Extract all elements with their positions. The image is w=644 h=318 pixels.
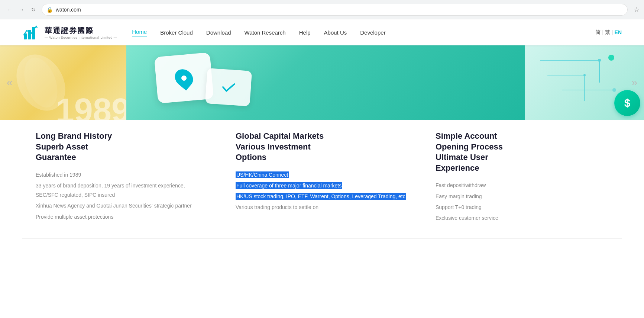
site-header: 華通證券國際 — Waton Securities International … <box>0 19 644 45</box>
card-brand-p1: Established in 1989 <box>36 170 208 180</box>
nav-item-waton-research[interactable]: Waton Research <box>245 29 286 36</box>
card-account-p4: Exclusive customer service <box>436 213 608 223</box>
card-account-p2: Easy margin trading <box>436 192 608 201</box>
card-markets-p1: US/HK/China Connect <box>236 170 408 180</box>
back-button[interactable]: ← <box>4 4 15 15</box>
lang-divider2: | <box>612 29 613 35</box>
logo-english-text: — Waton Securities International Limited… <box>45 36 117 39</box>
browser-chrome: ← → ↻ 🔒 ☆ <box>0 0 644 19</box>
carousel-next-button[interactable]: » <box>628 74 640 91</box>
card-brand-p3: Xinhua News Agency and Guotai Junan Secu… <box>36 201 208 211</box>
card-brand-history: Long Brand HistorySuperb AssetGuarantee … <box>22 120 222 239</box>
bookmark-icon[interactable]: ☆ <box>634 6 640 14</box>
card-brand-body: Established in 1989 33 years of brand de… <box>36 170 208 222</box>
lang-english[interactable]: EN <box>615 29 622 35</box>
svg-point-12 <box>583 74 586 76</box>
card-brand-p4: Provide multiple asset protections <box>36 212 208 222</box>
card-account-opening: Simple AccountOpening ProcessUltimate Us… <box>422 120 622 239</box>
browser-nav-buttons: ← → ↻ <box>4 4 39 15</box>
lang-traditional[interactable]: 繁 <box>605 29 610 36</box>
card-markets-body: US/HK/China Connect Full coverage of thr… <box>236 170 408 212</box>
card-account-p1: Fast deposit/withdraw <box>436 181 608 190</box>
card-account-title: Simple AccountOpening ProcessUltimate Us… <box>436 131 608 173</box>
card-global-markets: Global Capital MarketsVarious Investment… <box>222 120 422 239</box>
nav-item-download[interactable]: Download <box>206 29 231 36</box>
nav-item-broker-cloud[interactable]: Broker Cloud <box>160 29 193 36</box>
highlight-trading-products: HK/US stock trading, IPO, ETF, Warrent, … <box>236 193 406 200</box>
card-markets-p2: Full coverage of three major financial m… <box>236 181 408 190</box>
carousel-panel-right: $ <box>525 45 644 120</box>
logo-chinese-text: 華通證券國際 <box>45 26 117 36</box>
highlight-china-connect: US/HK/China Connect <box>236 171 289 178</box>
forward-button[interactable]: → <box>16 4 27 15</box>
language-switcher: 简 | 繁 | EN <box>595 29 622 36</box>
card-brand-p2: 33 years of brand deposition, 19 years o… <box>36 181 208 200</box>
nav-item-about-us[interactable]: About Us <box>324 29 347 36</box>
card-markets-title: Global Capital MarketsVarious Investment… <box>236 131 408 163</box>
lang-divider1: | <box>602 29 603 35</box>
card-account-p3: Support T+0 trading <box>436 203 608 212</box>
carousel-panel-left: 1989 <box>0 45 126 120</box>
logo-icon <box>22 23 41 42</box>
dollar-coin: $ <box>614 90 640 116</box>
lang-simple[interactable]: 简 <box>595 29 601 36</box>
nav-item-home[interactable]: Home <box>132 29 147 36</box>
logo-link[interactable]: 華通證券國際 — Waton Securities International … <box>22 23 117 42</box>
main-nav: Home Broker Cloud Download Waton Researc… <box>132 29 595 36</box>
nav-item-help[interactable]: Help <box>299 29 311 36</box>
carousel-panel-mid <box>126 45 525 120</box>
svg-point-14 <box>612 88 616 92</box>
carousel-year: 1989 <box>56 94 126 120</box>
security-icon: 🔒 <box>46 7 53 13</box>
reload-button[interactable]: ↻ <box>28 4 39 15</box>
card-markets-p4: Various trading products to settle on <box>236 203 408 212</box>
highlight-three-markets: Full coverage of three major financial m… <box>236 182 342 189</box>
carousel: 1989 <box>0 45 644 120</box>
url-input[interactable] <box>56 7 623 13</box>
logo-text: 華通證券國際 — Waton Securities International … <box>45 26 117 39</box>
nav-item-developer[interactable]: Developer <box>360 29 385 36</box>
card-brand-title: Long Brand HistorySuperb AssetGuarantee <box>36 131 208 163</box>
svg-point-11 <box>598 59 601 62</box>
cards-section: Long Brand HistorySuperb AssetGuarantee … <box>0 120 644 239</box>
carousel-prev-button[interactable]: « <box>4 74 16 91</box>
card-account-body: Fast deposit/withdraw Easy margin tradin… <box>436 181 608 223</box>
address-bar[interactable]: 🔒 <box>42 4 628 16</box>
main-content: 1989 <box>0 45 644 269</box>
card-markets-p3: HK/US stock trading, IPO, ETF, Warrent, … <box>236 192 408 201</box>
